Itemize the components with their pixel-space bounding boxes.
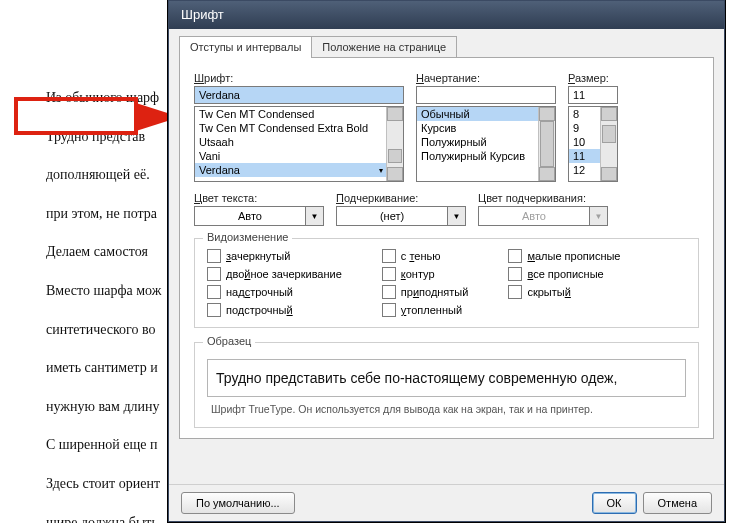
cb-superscript[interactable]: надстрочныйнадстрочный: [207, 285, 342, 299]
scroll-thumb[interactable]: [388, 149, 402, 163]
cb-hidden[interactable]: скрытыйскрытый: [508, 285, 620, 299]
font-hint: Шрифт TrueType. Он используется для выво…: [207, 403, 686, 415]
cb-sunken[interactable]: утопленныйутопленный: [382, 303, 469, 317]
cb-allcaps[interactable]: все прописныевсе прописные: [508, 267, 620, 281]
style-option[interactable]: Полужирный Курсив: [417, 149, 539, 163]
sample-preview: Трудно представить себе по-настоящему со…: [207, 359, 686, 397]
cb-subscript[interactable]: подстрочныйподстрочный: [207, 303, 342, 317]
cb-dstrike[interactable]: двойное зачеркиваниедвойное зачеркивание: [207, 267, 342, 281]
cb-shadow[interactable]: с теньюс тенью: [382, 249, 469, 263]
font-option[interactable]: Vani: [195, 149, 387, 163]
cb-strike[interactable]: зачеркнутыйзачеркнутый: [207, 249, 342, 263]
scrollbar[interactable]: [538, 107, 555, 181]
scroll-down-icon[interactable]: [601, 167, 617, 181]
style-input[interactable]: [416, 86, 556, 104]
size-option[interactable]: 8: [569, 107, 601, 121]
cb-outline[interactable]: контурконтур: [382, 267, 469, 281]
sample-legend: Образец: [203, 335, 255, 347]
size-option[interactable]: 10: [569, 135, 601, 149]
size-option[interactable]: 9: [569, 121, 601, 135]
style-listbox[interactable]: Обычный Курсив Полужирный Полужирный Кур…: [416, 106, 556, 182]
scroll-thumb[interactable]: [602, 125, 616, 143]
chevron-down-icon[interactable]: ▼: [447, 207, 465, 225]
font-option[interactable]: Tw Cen MT Condensed Extra Bold: [195, 121, 387, 135]
effects-group: Видоизменение зачеркнутыйзачеркнутый дво…: [194, 238, 699, 328]
style-option[interactable]: Курсив: [417, 121, 539, 135]
size-option[interactable]: 12: [569, 163, 601, 177]
size-listbox[interactable]: 8 9 10 11 12: [568, 106, 618, 182]
scroll-up-icon[interactable]: [539, 107, 555, 121]
underline-color-label: Цвет подчеркивания:: [478, 192, 608, 204]
style-option[interactable]: Полужирный: [417, 135, 539, 149]
tab-strip: Отступы и интервалы Положение на страниц…: [179, 35, 724, 57]
font-dialog: Шрифт Отступы и интервалы Положение на с…: [168, 0, 725, 522]
cancel-button[interactable]: Отмена: [643, 492, 712, 514]
scroll-up-icon[interactable]: [387, 107, 403, 121]
underline-label: Подчеркивание:Подчеркивание:: [336, 192, 466, 204]
tab-panel: ШШрифт:рифт: Tw Cen MT Condensed Tw Cen …: [179, 57, 714, 439]
chevron-down-icon: ▼: [589, 207, 607, 225]
tab-indent[interactable]: Отступы и интервалы: [179, 36, 312, 58]
chevron-down-icon[interactable]: ▼: [305, 207, 323, 225]
style-label: Начертание:Начертание:: [416, 72, 556, 84]
font-option[interactable]: Verdana▾: [195, 163, 387, 177]
scroll-up-icon[interactable]: [601, 107, 617, 121]
font-option[interactable]: Utsaah: [195, 135, 387, 149]
underline-color-combo: Авто▼: [478, 206, 608, 226]
dialog-title: Шрифт: [169, 1, 724, 29]
style-option[interactable]: Обычный: [417, 107, 539, 121]
font-input[interactable]: [194, 86, 404, 104]
cb-smallcaps[interactable]: малые прописныемалые прописные: [508, 249, 620, 263]
text-color-combo[interactable]: Авто▼: [194, 206, 324, 226]
scrollbar[interactable]: [386, 107, 403, 181]
cb-raised[interactable]: приподнятыйприподнятый: [382, 285, 469, 299]
effects-legend: Видоизменение: [203, 231, 292, 243]
dialog-button-bar: По умолчанию... ОК Отмена: [169, 484, 724, 521]
font-listbox[interactable]: Tw Cen MT Condensed Tw Cen MT Condensed …: [194, 106, 404, 182]
size-label: Размер:Размер:: [568, 72, 618, 84]
tab-position[interactable]: Положение на странице: [311, 36, 457, 58]
text-color-label: Цвет текста:Цвет текста:: [194, 192, 324, 204]
scroll-down-icon[interactable]: [539, 167, 555, 181]
font-option[interactable]: Tw Cen MT Condensed: [195, 107, 387, 121]
default-button[interactable]: По умолчанию...: [181, 492, 295, 514]
scroll-down-icon[interactable]: [387, 167, 403, 181]
ok-button[interactable]: ОК: [592, 492, 637, 514]
size-option[interactable]: 11: [569, 149, 601, 163]
underline-combo[interactable]: (нет)▼: [336, 206, 466, 226]
font-label: ШШрифт:рифт:: [194, 72, 404, 84]
scrollbar[interactable]: [600, 107, 617, 181]
sample-group: Образец Трудно представить себе по-насто…: [194, 342, 699, 428]
size-input[interactable]: [568, 86, 618, 104]
